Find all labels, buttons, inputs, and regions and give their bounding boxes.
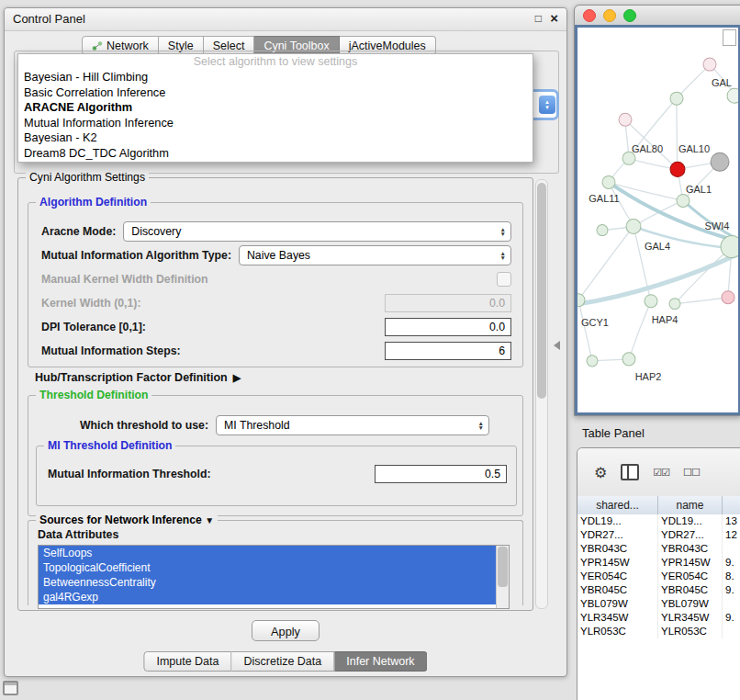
- swi4-label: SWI4: [705, 220, 730, 231]
- table-row[interactable]: YPR145W YPR145W 9.: [577, 556, 740, 570]
- swi4-node[interactable]: [721, 236, 738, 258]
- mi-type-row: Mutual Information Algorithm Type: Naive…: [41, 243, 511, 267]
- cell: YBR045C: [658, 583, 723, 597]
- combo-arrows-icon: ▲▼: [500, 227, 506, 236]
- list-item-topologicalcoefficient[interactable]: TopologicalCoefficient: [39, 560, 500, 575]
- gcy1-label: GCY1: [581, 317, 609, 328]
- mi-steps-input[interactable]: [385, 342, 511, 360]
- kernel-width-input[interactable]: [385, 294, 511, 312]
- columns-icon[interactable]: [621, 464, 639, 480]
- cell: YPR145W: [577, 556, 658, 570]
- gal4-node[interactable]: [626, 219, 641, 233]
- minimized-panel-icon[interactable]: [3, 681, 18, 695]
- cell: 8.: [723, 570, 740, 583]
- overview-toggle[interactable]: [723, 29, 736, 46]
- network-window-titlebar[interactable]: [575, 6, 740, 26]
- column-header-shared-name[interactable]: shared...: [577, 496, 658, 514]
- cell: YLR345W: [658, 611, 723, 625]
- cell: 9.: [723, 611, 740, 625]
- kernel-width-label: Kernel Width (0,1):: [41, 297, 141, 310]
- list-item-selfloops[interactable]: SelfLoops: [39, 546, 500, 560]
- column-header-name[interactable]: name: [658, 496, 723, 514]
- dropdown-item-bayesian-hill-climbing[interactable]: Bayesian - Hill Climbing: [18, 70, 533, 85]
- gal4-label: GAL4: [645, 241, 670, 252]
- gal1-label: GAL1: [686, 184, 712, 195]
- tab-impute-data[interactable]: Impute Data: [143, 651, 231, 672]
- dropdown-item-dream8[interactable]: Dream8 DC_TDC Algorithm: [18, 146, 533, 162]
- combo-stepper-icon: ▲▼: [539, 96, 555, 114]
- which-threshold-value: MI Threshold: [224, 419, 290, 432]
- apply-button[interactable]: Apply: [252, 620, 320, 641]
- list-item-gal4rgexp[interactable]: gal4RGexp: [39, 590, 500, 604]
- pink-node-1[interactable]: [703, 58, 716, 71]
- list-scrollbar-thumb[interactable]: [498, 547, 508, 587]
- pink-node-3[interactable]: [722, 291, 734, 304]
- dropdown-item-mutual-information[interactable]: Mutual Information Inference: [18, 116, 533, 131]
- minimize-traffic-light[interactable]: [603, 9, 616, 22]
- table-body: YDL19... YDL19... 13 YDR27... YDR27... 1…: [577, 514, 740, 700]
- settings-scrollbar-thumb[interactable]: [537, 183, 546, 399]
- close-icon[interactable]: ×: [550, 10, 558, 26]
- which-threshold-select[interactable]: MI Threshold ▲▼: [216, 415, 489, 435]
- green-node-1[interactable]: [670, 92, 683, 105]
- hap4-node[interactable]: [645, 295, 657, 308]
- which-threshold-label: Which threshold to use:: [80, 419, 208, 432]
- select-all-icon[interactable]: ☑☑: [653, 467, 669, 479]
- mi-type-select[interactable]: Naive Bayes ▲▼: [239, 245, 511, 265]
- float-window-icon[interactable]: □: [535, 12, 542, 25]
- deselect-all-icon[interactable]: ☐☐: [683, 467, 700, 479]
- control-panel-titlebar[interactable]: Control Panel □ ×: [5, 8, 566, 31]
- dpi-tolerance-input[interactable]: [385, 318, 511, 336]
- gal1-node[interactable]: [677, 194, 690, 207]
- data-attributes-list: SelfLoops TopologicalCoefficient Between…: [38, 545, 510, 609]
- hap2-node[interactable]: [622, 353, 635, 366]
- table-row[interactable]: YBL079W YBL079W: [577, 597, 740, 611]
- gal11-node[interactable]: [602, 175, 615, 188]
- aracne-mode-select[interactable]: Discovery ▲▼: [123, 221, 511, 242]
- table-row[interactable]: YLR345W YLR345W 9.: [577, 611, 740, 625]
- table-row[interactable]: YER054C YER054C 8.: [577, 570, 740, 583]
- threshold-definition-group: Threshold Definition Which threshold to …: [28, 395, 523, 516]
- green-node-3[interactable]: [669, 299, 680, 310]
- list-scrollbar[interactable]: [496, 546, 509, 608]
- gear-icon[interactable]: ⚙: [594, 464, 607, 481]
- green-node-2[interactable]: [597, 225, 608, 236]
- manual-kernel-checkbox[interactable]: [497, 272, 511, 287]
- list-item-betweennesscentrality[interactable]: BetweennessCentrality: [39, 575, 500, 590]
- column-header-extra[interactable]: [723, 496, 740, 514]
- table-row[interactable]: YDR27... YDR27... 12: [577, 528, 740, 542]
- network-view-window: GAL GAL80 GAL10 GAL11 GAL1 SWI4 GAL4 GCY…: [574, 5, 740, 416]
- dropdown-item-aracne[interactable]: ARACNE Algorithm: [18, 100, 533, 116]
- cell: YER054C: [658, 570, 723, 583]
- table-row[interactable]: YLR053C YLR053C: [577, 625, 740, 638]
- cell: YPR145W: [658, 556, 723, 570]
- green-node-4[interactable]: [587, 356, 598, 367]
- cell: 9.: [723, 556, 740, 570]
- tab-discretize-data[interactable]: Discretize Data: [232, 651, 335, 672]
- mi-steps-label: Mutual Information Steps:: [41, 344, 181, 357]
- close-traffic-light[interactable]: [583, 9, 596, 22]
- network-graph[interactable]: GAL GAL80 GAL10 GAL11 GAL1 SWI4 GAL4 GCY…: [577, 28, 738, 412]
- network-canvas[interactable]: GAL GAL80 GAL10 GAL11 GAL1 SWI4 GAL4 GCY…: [575, 25, 740, 415]
- tab-infer-network[interactable]: Infer Network: [334, 651, 427, 672]
- mi-threshold-input[interactable]: [375, 465, 507, 483]
- table-row[interactable]: YDL19... YDL19... 13: [577, 514, 740, 528]
- cell: [723, 597, 740, 611]
- settings-scrollbar[interactable]: [535, 179, 548, 609]
- dropdown-item-bayesian-k2[interactable]: Bayesian - K2: [18, 130, 533, 146]
- gal-node[interactable]: [727, 88, 738, 103]
- dropdown-item-basic-correlation[interactable]: Basic Correlation Inference: [18, 85, 533, 101]
- cell: YLR345W: [577, 611, 658, 625]
- table-row[interactable]: YBR043C YBR043C: [577, 542, 740, 556]
- zoom-traffic-light[interactable]: [623, 9, 636, 22]
- gal10-node-red[interactable]: [670, 162, 685, 176]
- sources-title[interactable]: Sources for Network Inference ▼: [36, 514, 218, 526]
- window-title: Control Panel: [13, 12, 85, 26]
- gal11-label: GAL11: [589, 193, 619, 204]
- panel-collapse-arrow-icon[interactable]: [554, 341, 560, 350]
- gray-hub-node[interactable]: [711, 152, 729, 171]
- cell: YDL19...: [577, 514, 658, 528]
- table-row[interactable]: YBR045C YBR045C 9.: [577, 583, 740, 597]
- hub-definition-toggle[interactable]: Hub/Transcription Factor Definition ▶: [35, 371, 241, 384]
- pink-node-2[interactable]: [619, 113, 632, 126]
